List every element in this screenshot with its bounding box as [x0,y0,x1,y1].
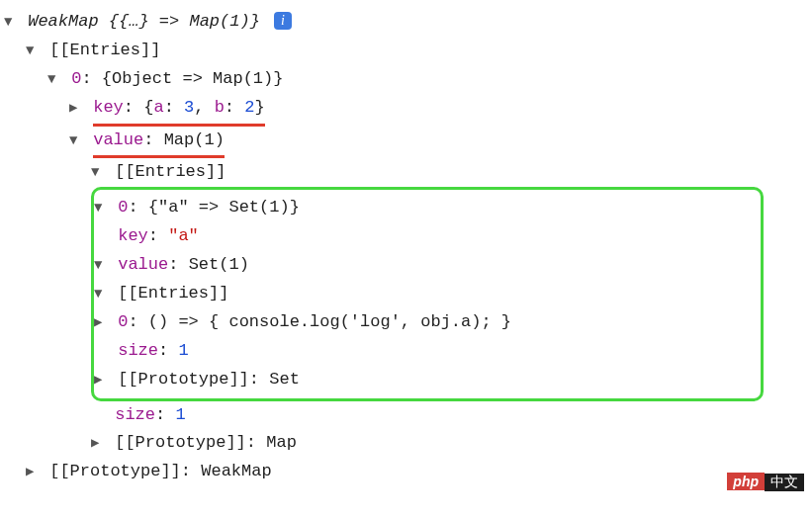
chevron-down-icon: ▼ [47,68,61,92]
map-size[interactable]: size: 1 [4,401,808,430]
key-b-val: 2 [244,98,254,117]
nested-key-value: "a" [168,226,199,245]
nested-key-label: key [118,226,148,245]
nested-value-summary: Set(1) [189,255,249,274]
set-size-label: size [118,341,158,360]
chevron-down-icon: ▼ [94,197,108,220]
chevron-right-icon: ▶ [91,432,105,456]
root-type-suffix: } [250,12,260,31]
chevron-down-icon: ▼ [94,254,108,278]
map-size-value: 1 [175,405,185,424]
set-size[interactable]: size: 1 [94,337,753,366]
chevron-down-icon: ▼ [4,11,18,35]
key-a-val: 3 [184,98,194,117]
set-entries-node[interactable]: ▼ [[Entries]] [94,280,753,308]
watermark: php中文 [727,469,804,494]
key-close: } [254,98,264,117]
blank-icon [91,404,105,428]
set-entries-label: [[Entries]] [118,284,228,303]
entries-node[interactable]: ▼ [[Entries]] [4,37,808,65]
chevron-right-icon: ▶ [94,311,108,335]
highlighted-nested-block: ▼ 0: {"a" => Set(1)} key: "a" ▼ value: S… [91,187,764,400]
set-0-summary: () => { console.log('log', obj.a); } [148,312,511,331]
map-entries-node[interactable]: ▼ [[Entries]] [4,158,808,187]
set-prototype[interactable]: ▶ [[Prototype]]: Set [94,366,753,394]
chevron-right-icon: ▶ [94,369,108,392]
watermark-left: php [727,473,765,490]
chevron-down-icon: ▼ [91,161,105,185]
map-proto-value: Map [266,433,297,452]
root-kv: {…} => Map(1) [119,12,250,31]
key-open: { [143,98,153,117]
map-proto-label: [[Prototype]] [115,433,246,452]
map-size-label: size [115,405,155,424]
entry-0-idx: 0 [71,69,81,88]
chevron-down-icon: ▼ [94,283,108,306]
set-entry-0[interactable]: ▶ 0: () => { console.log('log', obj.a); … [94,308,753,337]
map-prototype[interactable]: ▶ [[Prototype]]: Map [4,429,808,458]
entry-0[interactable]: ▼ 0: {Object => Map(1)} [4,65,808,94]
chevron-down-icon: ▼ [69,130,83,153]
chevron-right-icon: ▶ [26,461,40,484]
root-type-prefix: WeakMap { [28,12,119,31]
value-summary: Map(1) [164,130,225,149]
watermark-right: 中文 [765,474,804,491]
entries-label: [[Entries]] [49,41,160,59]
blank-icon [94,340,108,364]
set-proto-value: Set [269,370,300,389]
chevron-down-icon: ▼ [26,40,40,63]
nested-0-value[interactable]: ▼ value: Set(1) [94,251,753,280]
entry-0-summary: {Object => Map(1)} [102,69,284,88]
value-label: value [93,130,143,149]
key-label: key [93,98,124,117]
chevron-right-icon: ▶ [69,97,83,121]
nested-0-idx: 0 [118,198,128,216]
set-size-value: 1 [178,341,188,360]
nested-value-label: value [118,255,168,274]
key-a-name: a [153,98,163,117]
entry-0-key[interactable]: ▶ key: {a: 3, b: 2} [4,94,808,127]
info-icon[interactable]: i [274,12,292,30]
set-proto-label: [[Prototype]] [118,370,249,389]
root-summary[interactable]: ▼ WeakMap {{…} => Map(1)} i [4,8,808,37]
set-0-idx: 0 [118,312,128,331]
weakmap-proto-value: WeakMap [201,462,271,480]
nested-entry-0[interactable]: ▼ 0: {"a" => Set(1)} [94,194,753,222]
nested-0-summary: {"a" => Set(1)} [148,198,300,216]
map-entries-label: [[Entries]] [115,162,226,181]
entry-0-value[interactable]: ▼ value: Map(1) [4,127,808,159]
weakmap-prototype[interactable]: ▶ [[Prototype]]: WeakMap [4,458,808,486]
blank-icon [94,225,108,249]
key-b-name: b [215,98,225,117]
nested-0-key[interactable]: key: "a" [94,222,753,251]
weakmap-proto-label: [[Prototype]] [49,462,181,480]
